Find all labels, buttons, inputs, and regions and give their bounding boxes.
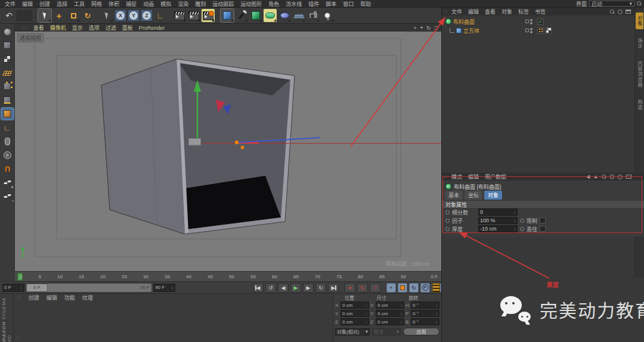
spline-pen-button[interactable] bbox=[235, 9, 248, 22]
vp-menu-options[interactable]: 选项 bbox=[89, 24, 100, 32]
current-frame-field[interactable]: 0 F↕ bbox=[2, 284, 24, 292]
lock-z-axis-button[interactable]: Z bbox=[141, 10, 153, 21]
record-keyframe-button[interactable]: ● bbox=[345, 283, 355, 293]
object-origin-dot[interactable] bbox=[235, 141, 239, 144]
viewport-solo-button[interactable] bbox=[1, 135, 14, 147]
object-manager[interactable]: 布料曲面 ✓ 立方体 bbox=[442, 15, 644, 173]
menu-script[interactable]: 脚本 bbox=[326, 0, 336, 8]
floor-button[interactable] bbox=[292, 9, 305, 22]
vp-menu-prorender[interactable]: ProRender bbox=[139, 25, 165, 31]
menu-pipeline[interactable]: 流水线 bbox=[286, 0, 302, 8]
menu-help[interactable]: 帮助 bbox=[360, 0, 371, 8]
previous-frame-button[interactable]: ◀ bbox=[278, 283, 289, 293]
render-region-button[interactable] bbox=[187, 9, 200, 22]
menu-mograph[interactable]: 运动图形 bbox=[240, 0, 262, 8]
stepper-icon[interactable]: ↕ bbox=[172, 285, 174, 290]
om-menu-file[interactable]: 文件 bbox=[451, 8, 462, 15]
apply-button[interactable]: 应用 bbox=[403, 328, 439, 335]
factor-field[interactable]: 100 %↕ bbox=[478, 217, 518, 224]
om-menu-bookmarks[interactable]: 书签 bbox=[535, 8, 546, 15]
panel-menu-icon[interactable] bbox=[626, 10, 631, 14]
lock-x-axis-button[interactable]: X bbox=[114, 10, 126, 21]
tab-coord[interactable]: 坐标 bbox=[465, 191, 482, 200]
model-mode-button[interactable] bbox=[1, 39, 14, 51]
keyframe-palette-button[interactable] bbox=[432, 283, 440, 293]
live-selection-tool[interactable] bbox=[38, 9, 51, 22]
panel-grip[interactable]: ∷ bbox=[444, 9, 448, 15]
rotation-key-toggle[interactable]: ↻ bbox=[409, 283, 419, 293]
render-view-button[interactable] bbox=[173, 9, 186, 22]
panel-grip[interactable]: ∷ bbox=[17, 295, 21, 301]
tab-structure[interactable]: 构造 bbox=[636, 97, 643, 113]
texture-mode-button[interactable] bbox=[1, 53, 14, 65]
points-mode-button[interactable] bbox=[1, 80, 14, 92]
panel-grip[interactable]: ∷ bbox=[335, 295, 343, 300]
axis-center-box[interactable] bbox=[188, 138, 201, 145]
limit-checkbox[interactable] bbox=[540, 217, 546, 223]
menu-simulate[interactable]: 模拟 bbox=[160, 0, 171, 8]
light-button[interactable] bbox=[321, 9, 334, 22]
am-menu-mode[interactable]: 模式 bbox=[451, 173, 462, 181]
search-icon[interactable] bbox=[602, 175, 606, 179]
uvw-tag-icon[interactable] bbox=[545, 27, 552, 34]
menu-animate[interactable]: 动画 bbox=[143, 0, 154, 8]
subdivision-field[interactable]: 0↕ bbox=[478, 209, 518, 216]
search-icon[interactable] bbox=[637, 1, 642, 6]
search-icon[interactable] bbox=[610, 10, 615, 14]
stepper-icon[interactable]: ↕ bbox=[20, 285, 23, 290]
subdivision-surface-button[interactable] bbox=[249, 9, 262, 22]
om-menu-tags[interactable]: 标签 bbox=[518, 8, 529, 15]
tab-takes[interactable]: 场次 bbox=[636, 35, 643, 52]
slider-handle[interactable]: 0 F bbox=[26, 284, 48, 292]
am-menu-userdata[interactable]: 用户数据 bbox=[485, 173, 506, 181]
tab-content-browser[interactable]: 内容浏览器 bbox=[636, 58, 643, 91]
loop-mode-button[interactable]: ↻ bbox=[315, 283, 326, 293]
menu-plugins[interactable]: 插件 bbox=[308, 0, 319, 8]
timeline-ruler[interactable]: 051015202530354045505560657075808590 0 F bbox=[15, 271, 441, 281]
parameter-key-toggle[interactable]: P bbox=[420, 283, 430, 293]
vp-menu-cameras[interactable]: 摄像机 bbox=[50, 24, 66, 32]
vp-menu-view[interactable]: 查看 bbox=[33, 24, 44, 32]
coordinate-system-button[interactable]: ∟ bbox=[154, 9, 167, 22]
tab-objects[interactable]: 对象 bbox=[636, 13, 643, 29]
menu-volume[interactable]: 体积 bbox=[109, 0, 119, 8]
mat-menu-texture[interactable]: 纹理 bbox=[82, 294, 93, 301]
move-tool[interactable]: + bbox=[52, 9, 66, 22]
vp-menu-panel[interactable]: 面板 bbox=[122, 24, 133, 32]
perspective-viewport[interactable]: ∷ 查看 摄像机 显示 选项 过滤 面板 ProRender + ● ↻ □ 透… bbox=[15, 24, 441, 271]
position-z-field[interactable]: 0 cm↕ bbox=[340, 318, 369, 325]
object-name[interactable]: 立方体 bbox=[463, 27, 479, 35]
gear-icon[interactable] bbox=[618, 175, 623, 179]
mat-menu-edit[interactable]: 编辑 bbox=[47, 294, 57, 301]
size-x-field[interactable]: 0 cm↕ bbox=[376, 301, 404, 309]
autokeying-button[interactable]: ↻ bbox=[357, 283, 368, 293]
menu-mesh[interactable]: 网格 bbox=[91, 0, 102, 8]
visibility-dots[interactable] bbox=[530, 28, 532, 33]
menu-character[interactable]: 角色 bbox=[268, 0, 279, 8]
add-cube-button[interactable] bbox=[221, 9, 234, 22]
magnet-button[interactable]: U bbox=[1, 163, 14, 175]
menu-edit[interactable]: 编辑 bbox=[22, 0, 33, 8]
menu-file[interactable]: 文件 bbox=[5, 0, 16, 8]
redo-slot[interactable] bbox=[17, 10, 32, 21]
filter-icon[interactable] bbox=[618, 10, 623, 14]
menu-sculpt[interactable]: 雕刻 bbox=[195, 0, 206, 8]
coords-mode-select[interactable]: 对象(相对)▾ bbox=[335, 328, 370, 335]
dock-grip[interactable]: ∷ bbox=[16, 335, 20, 341]
cap-checkbox[interactable] bbox=[540, 226, 546, 232]
om-menu-objects[interactable]: 对象 bbox=[501, 8, 512, 15]
menu-tools[interactable]: 工具 bbox=[74, 0, 85, 8]
next-frame-button[interactable]: ▶ bbox=[303, 283, 314, 293]
size-y-field[interactable]: 0 cm↕ bbox=[376, 310, 404, 317]
goto-start-button[interactable]: ◀ bbox=[253, 283, 264, 293]
last-used-tool[interactable] bbox=[100, 9, 113, 22]
maximize-view-icon[interactable]: □ bbox=[435, 25, 438, 31]
object-name[interactable]: 布料曲面 bbox=[453, 18, 475, 26]
lock-workplane-button[interactable]: • bbox=[1, 190, 14, 202]
rotate-tool[interactable]: ↻ bbox=[81, 9, 94, 22]
rotation-b-field[interactable]: 0 °↕ bbox=[411, 318, 439, 325]
key-toggle-icon[interactable] bbox=[445, 227, 450, 231]
rotate-view-icon[interactable]: ↻ bbox=[426, 25, 431, 31]
menu-window[interactable]: 窗口 bbox=[343, 0, 354, 8]
make-editable-button[interactable] bbox=[1, 26, 14, 38]
